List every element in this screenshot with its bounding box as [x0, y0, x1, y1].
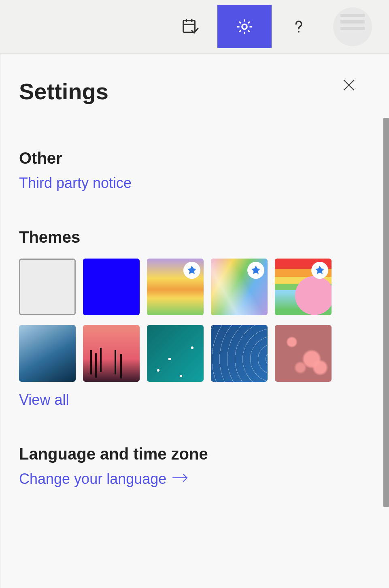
other-heading: Other [19, 149, 370, 167]
settings-button[interactable] [217, 5, 272, 48]
premium-badge [183, 262, 200, 279]
theme-default[interactable] [19, 259, 76, 315]
settings-panel: Settings Other Third party notice Themes… [0, 53, 389, 588]
theme-circuit[interactable] [147, 325, 204, 382]
star-icon [250, 265, 261, 276]
panel-title: Settings [19, 78, 370, 105]
theme-unicorn[interactable] [275, 259, 332, 315]
change-language-label: Change your language [19, 470, 166, 488]
section-themes: Themes View all [19, 228, 370, 408]
star-icon [314, 265, 325, 276]
section-language: Language and time zone Change your langu… [19, 445, 370, 488]
third-party-notice-link[interactable]: Third party notice [19, 175, 132, 192]
user-avatar[interactable] [333, 7, 372, 46]
svg-rect-0 [183, 21, 195, 32]
premium-badge [247, 262, 264, 279]
theme-rainbow[interactable] [147, 259, 204, 315]
calendar-check-icon [181, 17, 200, 36]
language-heading: Language and time zone [19, 445, 370, 463]
theme-sunset[interactable] [83, 325, 140, 382]
close-icon [341, 77, 357, 93]
theme-ribbons[interactable] [211, 259, 268, 315]
calendar-button[interactable] [163, 5, 217, 48]
scrollbar[interactable] [383, 118, 389, 507]
star-icon [186, 265, 198, 276]
gear-icon [235, 17, 254, 36]
premium-badge [311, 262, 328, 279]
help-icon [289, 17, 308, 36]
section-other: Other Third party notice [19, 149, 370, 192]
top-bar [0, 0, 389, 53]
close-button[interactable] [341, 77, 357, 94]
theme-blue[interactable] [83, 259, 140, 315]
svg-point-1 [242, 24, 247, 29]
help-button[interactable] [272, 5, 326, 48]
themes-heading: Themes [19, 228, 370, 246]
theme-mountain[interactable] [19, 325, 76, 382]
svg-point-2 [298, 31, 300, 33]
theme-bokeh[interactable] [275, 325, 332, 382]
change-language-link[interactable]: Change your language [19, 470, 188, 488]
theme-blueprint[interactable] [211, 325, 268, 382]
arrow-right-icon [172, 470, 188, 488]
view-all-themes-link[interactable]: View all [19, 391, 69, 408]
theme-grid [19, 259, 370, 382]
